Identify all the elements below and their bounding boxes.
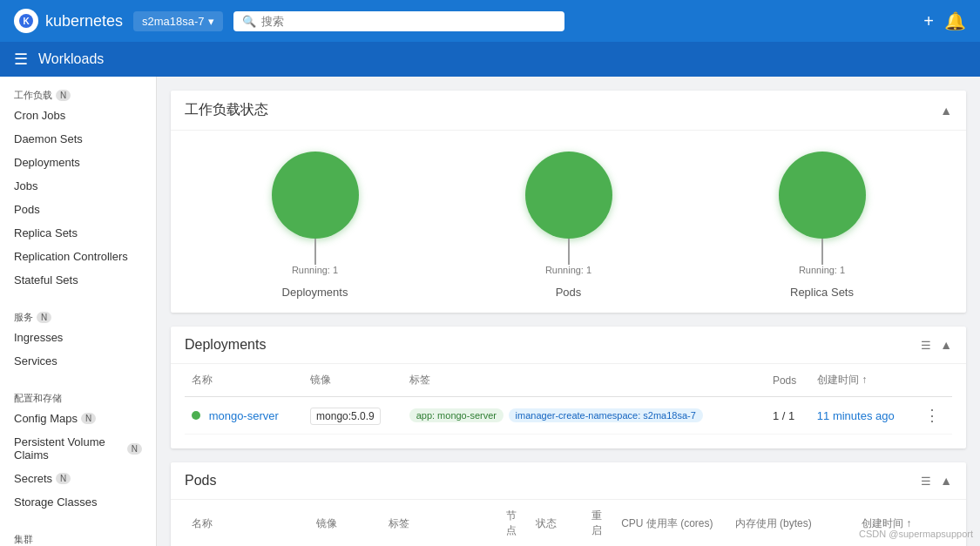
deployments-running-label: Running: 1 [292, 265, 338, 275]
collapse-status-button[interactable]: ▲ [940, 104, 952, 118]
replica-sets-stem [821, 239, 823, 265]
sidebar-item-secrets[interactable]: Secrets N [0, 467, 156, 490]
sidebar-group-config: 配置和存储 Config Maps N Persistent Volume Cl… [0, 380, 156, 521]
workloads-title: Workloads [38, 51, 104, 67]
status-item-pods: Running: 1 Pods [525, 152, 612, 299]
pods-table-header-row: 名称 镜像 标签 节点 状态 重启 CPU 使用率 (cores) 内存使用 (… [185, 500, 952, 546]
sidebar-item-deployments[interactable]: Deployments [0, 151, 156, 174]
layout: 工作负载 N Cron Jobs Daemon Sets Deployments… [0, 77, 980, 546]
workload-status-card: 工作负载状态 ▲ Running: 1 Deployments [171, 91, 966, 313]
deployment-more-button[interactable]: ⋮ [924, 407, 940, 424]
replica-sets-circle [779, 152, 866, 239]
cluster-name: s2ma18sa-7 [142, 15, 205, 28]
pods-col-actions [923, 500, 952, 546]
deployments-table-header-row: 名称 镜像 标签 Pods 创建时间 ↑ [185, 364, 952, 397]
sidebar-item-persistent-volume-claims[interactable]: Persistent Volume Claims N [0, 430, 156, 467]
pods-col-tags: 标签 [382, 500, 499, 546]
search-box: 🔍 [233, 11, 564, 31]
deployments-table: 名称 镜像 标签 Pods 创建时间 ↑ mongo-server [185, 364, 952, 435]
sidebar-group-label-cluster: 集群 [0, 528, 156, 546]
pods-col-time: 创建时间 ↑ [855, 500, 923, 546]
pods-circle [525, 152, 612, 239]
add-icon[interactable]: + [923, 11, 934, 31]
pods-col-node: 节点 [499, 500, 529, 546]
sub-nav: ☰ Workloads [0, 42, 980, 77]
status-item-replica-sets: Running: 1 Replica Sets [779, 152, 866, 299]
deployments-col-time: 创建时间 ↑ [810, 364, 917, 397]
pods-col-name: 名称 [185, 500, 309, 546]
pods-card: Pods ☰ ▲ 名称 镜像 标签 节点 状态 重启 [171, 462, 966, 546]
sidebar-item-services[interactable]: Services [0, 349, 156, 373]
pods-status-name: Pods [556, 286, 582, 299]
deployment-more: ⋮ [917, 397, 952, 435]
collapse-pods-button[interactable]: ▲ [940, 474, 952, 488]
table-row: mongo-server mongo:5.0.9 app: mongo-serv… [185, 397, 952, 435]
sidebar-item-cron-jobs[interactable]: Cron Jobs [0, 104, 156, 127]
pods-running-label: Running: 1 [545, 265, 591, 275]
sidebar: 工作负载 N Cron Jobs Daemon Sets Deployments… [0, 77, 157, 546]
deployment-tag-0: app: mongo-server [409, 408, 504, 422]
deployment-image: mongo:5.0.9 [303, 397, 402, 435]
kubernetes-logo: K [14, 9, 38, 33]
pods-circle-container: Running: 1 [525, 152, 612, 275]
deployment-time: 11 minutes ago [810, 397, 917, 435]
deployments-circle-container: Running: 1 [272, 152, 359, 275]
search-icon: 🔍 [242, 15, 256, 28]
menu-icon[interactable]: ☰ [14, 50, 28, 69]
status-dot [192, 411, 200, 420]
sidebar-group-label-config: 配置和存储 [0, 387, 156, 407]
sidebar-item-storage-classes[interactable]: Storage Classes [0, 490, 156, 514]
sidebar-item-replica-sets[interactable]: Replica Sets [0, 221, 156, 245]
deployments-col-name: 名称 [185, 364, 303, 397]
deployments-header: Deployments ☰ ▲ [171, 327, 966, 364]
sidebar-group-workloads: 工作负载 N Cron Jobs Daemon Sets Deployments… [0, 77, 156, 299]
search-input[interactable] [261, 15, 556, 28]
deployment-tag-1: imanager-create-namespace: s2ma18sa-7 [509, 408, 703, 422]
sidebar-item-jobs[interactable]: Jobs [0, 174, 156, 198]
deployments-filter-icon[interactable]: ☰ [921, 339, 931, 352]
sidebar-item-config-maps[interactable]: Config Maps N [0, 407, 156, 430]
pods-col-restarts: 重启 [585, 500, 614, 546]
deployment-pods: 1 / 1 [766, 397, 810, 435]
pods-title: Pods [185, 473, 216, 489]
logo-text: kubernetes [45, 12, 123, 30]
deployments-status-name: Deployments [282, 286, 348, 299]
deployments-title: Deployments [185, 337, 266, 353]
deployment-name-link[interactable]: mongo-server [209, 409, 279, 422]
deployments-table-area: 名称 镜像 标签 Pods 创建时间 ↑ mongo-server [171, 364, 966, 448]
pods-header: Pods ☰ ▲ [171, 462, 966, 500]
pods-table: 名称 镜像 标签 节点 状态 重启 CPU 使用率 (cores) 内存使用 (… [185, 500, 952, 546]
bell-icon[interactable]: 🔔 [944, 10, 966, 31]
top-nav: K kubernetes s2ma18sa-7 ▾ 🔍 + 🔔 [0, 0, 980, 42]
pods-table-area: 名称 镜像 标签 节点 状态 重启 CPU 使用率 (cores) 内存使用 (… [171, 500, 966, 546]
deployment-tags: app: mongo-server imanager-create-namesp… [402, 397, 766, 435]
cluster-selector[interactable]: s2ma18sa-7 ▾ [133, 11, 223, 31]
deployments-card: Deployments ☰ ▲ 名称 镜像 标签 Pods 创建时间 ↑ [171, 327, 966, 448]
sidebar-group-label-services: 服务 N [0, 306, 156, 326]
collapse-deployments-button[interactable]: ▲ [940, 338, 952, 352]
deployments-circle [272, 152, 359, 239]
deployment-time-link[interactable]: 11 minutes ago [817, 409, 895, 422]
sidebar-item-ingresses[interactable]: Ingresses [0, 326, 156, 349]
sidebar-item-stateful-sets[interactable]: Stateful Sets [0, 268, 156, 292]
sidebar-group-cluster: 集群 Cluster Role Bindings Cluster Roles 命… [0, 521, 156, 546]
pods-filter-icon[interactable]: ☰ [921, 475, 931, 488]
deployments-col-tags: 标签 [402, 364, 766, 397]
deployments-stem [314, 239, 316, 265]
chevron-down-icon: ▾ [208, 15, 214, 28]
replica-sets-status-name: Replica Sets [790, 286, 854, 299]
workload-status-title: 工作负载状态 [185, 101, 268, 119]
deployments-col-image: 镜像 [303, 364, 402, 397]
sidebar-item-daemon-sets[interactable]: Daemon Sets [0, 127, 156, 151]
workload-status-area: Running: 1 Deployments Running: 1 Pods [171, 131, 966, 313]
sidebar-item-replication-controllers[interactable]: Replication Controllers [0, 245, 156, 268]
workload-status-header: 工作负载状态 ▲ [171, 91, 966, 131]
sidebar-group-label-workloads: 工作负载 N [0, 84, 156, 104]
sidebar-item-pods[interactable]: Pods [0, 198, 156, 221]
pods-stem [568, 239, 570, 265]
status-item-deployments: Running: 1 Deployments [272, 152, 359, 299]
pods-col-status: 状态 [529, 500, 585, 546]
main-content: 工作负载状态 ▲ Running: 1 Deployments [157, 77, 980, 546]
sidebar-group-services: 服务 N Ingresses Services [0, 299, 156, 380]
pods-col-image: 镜像 [309, 500, 382, 546]
